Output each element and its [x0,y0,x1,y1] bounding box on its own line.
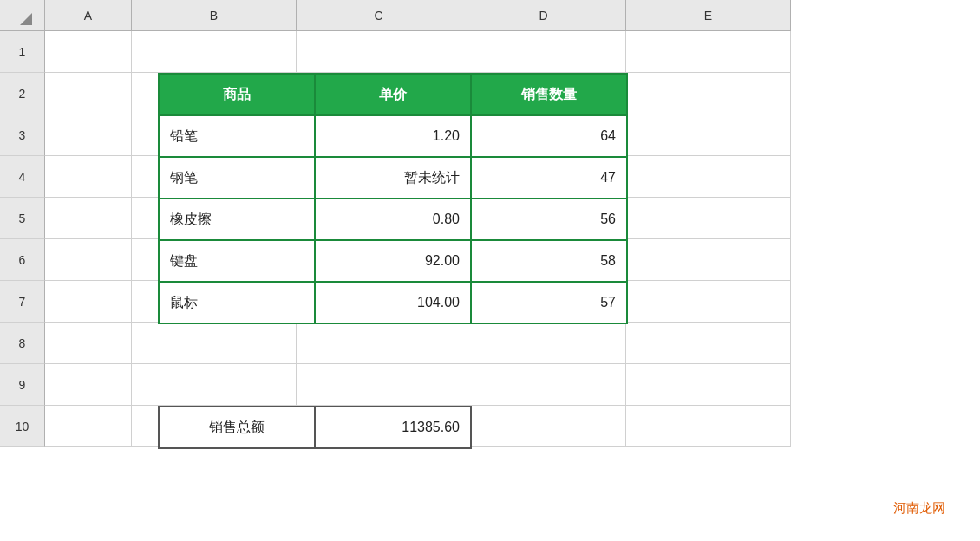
table-row: 橡皮擦 0.80 56 [159,199,627,240]
cell-e8[interactable] [626,323,791,364]
cell-e7[interactable] [626,281,791,323]
cell-a9[interactable] [45,364,132,406]
cell-a2[interactable] [45,73,132,114]
row-num-9[interactable]: 9 [0,364,45,406]
cell-product-2[interactable]: 钢笔 [159,157,315,199]
row-num-6[interactable]: 6 [0,239,45,281]
cell-e3[interactable] [626,114,791,156]
corner-triangle-icon [20,13,32,25]
col-header-d[interactable]: D [461,0,626,31]
total-value: 11385.60 [315,407,471,448]
table-row: 键盘 92.00 58 [159,240,627,282]
cell-a8[interactable] [45,323,132,364]
cell-qty-5[interactable]: 57 [471,282,627,323]
grid-row-9 [45,364,980,406]
row-num-4[interactable]: 4 [0,156,45,198]
cell-b8[interactable] [132,323,297,364]
cell-e10[interactable] [626,406,791,447]
cell-product-1[interactable]: 铅笔 [159,115,315,157]
cell-price-3[interactable]: 0.80 [315,199,471,240]
col-headers: A B C D E [45,0,980,31]
cell-product-5[interactable]: 鼠标 [159,282,315,323]
cell-e9[interactable] [626,364,791,406]
header-qty: 销售数量 [471,74,627,115]
total-label: 销售总额 [159,407,315,448]
cell-product-3[interactable]: 橡皮擦 [159,199,315,240]
cell-a7[interactable] [45,281,132,323]
row-num-3[interactable]: 3 [0,114,45,156]
cell-a6[interactable] [45,239,132,281]
cell-price-2[interactable]: 暂未统计 [315,157,471,199]
header-price: 单价 [315,74,471,115]
cell-c9[interactable] [297,364,461,406]
cell-a5[interactable] [45,198,132,239]
cell-qty-1[interactable]: 64 [471,115,627,157]
col-header-e[interactable]: E [626,0,791,31]
total-row: 销售总额 11385.60 [159,407,471,448]
cell-e2[interactable] [626,73,791,114]
row-num-10[interactable]: 10 [0,406,45,447]
table-row: 铅笔 1.20 64 [159,115,627,157]
watermark: 河南龙网 [893,500,945,517]
data-table: 商品 单价 销售数量 铅笔 1.20 64 钢笔 暂未统计 47 橡皮擦 0.8… [158,73,628,324]
cell-price-4[interactable]: 92.00 [315,240,471,282]
cell-e1[interactable] [626,31,791,73]
table-row: 钢笔 暂未统计 47 [159,157,627,199]
cell-a10[interactable] [45,406,132,447]
row-num-7[interactable]: 7 [0,281,45,323]
col-header-c[interactable]: C [297,0,461,31]
cell-d1[interactable] [461,31,626,73]
cell-b9[interactable] [132,364,297,406]
cell-product-4[interactable]: 键盘 [159,240,315,282]
col-header-b[interactable]: B [132,0,297,31]
cell-e4[interactable] [626,156,791,198]
cell-price-1[interactable]: 1.20 [315,115,471,157]
cell-qty-4[interactable]: 58 [471,240,627,282]
header-product: 商品 [159,74,315,115]
cell-d10[interactable] [461,406,626,447]
row-num-1[interactable]: 1 [0,31,45,73]
corner-cell [0,0,45,31]
grid-row-1 [45,31,980,73]
cell-c1[interactable] [297,31,461,73]
grid-row-8 [45,323,980,364]
row-num-5[interactable]: 5 [0,198,45,239]
cell-e6[interactable] [626,239,791,281]
cell-d9[interactable] [461,364,626,406]
cell-qty-3[interactable]: 56 [471,199,627,240]
cell-a3[interactable] [45,114,132,156]
cell-price-5[interactable]: 104.00 [315,282,471,323]
cell-qty-2[interactable]: 47 [471,157,627,199]
row-num-2[interactable]: 2 [0,73,45,114]
cell-e5[interactable] [626,198,791,239]
cell-b1[interactable] [132,31,297,73]
cell-a4[interactable] [45,156,132,198]
cell-d8[interactable] [461,323,626,364]
row-numbers: 1 2 3 4 5 6 7 8 9 10 [0,0,45,541]
cell-c8[interactable] [297,323,461,364]
row-num-8[interactable]: 8 [0,323,45,364]
table-header-row: 商品 单价 销售数量 [159,74,627,115]
cell-a1[interactable] [45,31,132,73]
table-row: 鼠标 104.00 57 [159,282,627,323]
total-table: 销售总额 11385.60 [158,406,472,449]
col-header-a[interactable]: A [45,0,132,31]
